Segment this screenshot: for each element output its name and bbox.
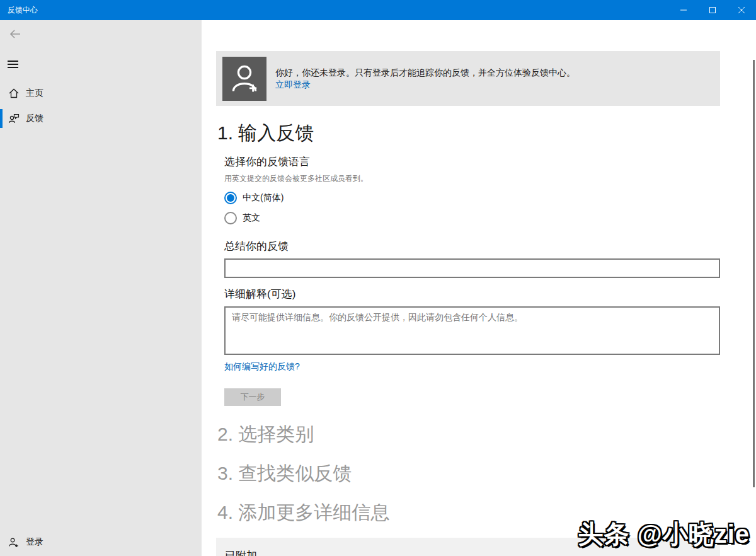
watermark: 头条 @小晓zie <box>578 517 750 552</box>
radio-option-english[interactable]: 英文 <box>224 212 756 224</box>
person-add-icon <box>8 536 20 548</box>
sidebar-item-label: 主页 <box>26 88 43 99</box>
step3-heading: 3. 查找类似反馈 <box>217 463 756 484</box>
sidebar-signin[interactable]: 登录 <box>0 530 202 555</box>
menu-button[interactable] <box>8 59 20 69</box>
details-textarea[interactable] <box>224 306 720 355</box>
banner-text: 你好，你还未登录。只有登录后才能追踪你的反馈，并全方位体验反馈中心。 立即登录 <box>275 66 575 91</box>
signin-now-link[interactable]: 立即登录 <box>275 79 575 91</box>
back-arrow-icon <box>8 27 22 43</box>
signin-banner: 你好，你还未登录。只有登录后才能追踪你的反馈，并全方位体验反馈中心。 立即登录 <box>216 51 720 106</box>
next-button[interactable]: 下一步 <box>224 388 281 406</box>
scrollbar[interactable] <box>753 60 755 487</box>
banner-message: 你好，你还未登录。只有登录后才能追踪你的反馈，并全方位体验反馈中心。 <box>275 66 575 79</box>
sidebar-item-home[interactable]: 主页 <box>0 81 202 106</box>
help-link[interactable]: 如何编写好的反馈? <box>224 361 300 373</box>
sidebar-item-feedback[interactable]: 反馈 <box>0 106 202 131</box>
maximize-icon <box>709 7 716 13</box>
step1-heading: 1. 输入反馈 <box>217 122 756 144</box>
feedback-icon <box>8 113 20 124</box>
radio-label: 英文 <box>243 212 260 224</box>
close-button[interactable] <box>727 0 756 20</box>
radio-icon <box>224 192 237 204</box>
details-label: 详细解释(可选) <box>224 287 756 301</box>
back-button[interactable] <box>6 26 24 44</box>
language-hint: 用英文提交的反馈会被更多社区成员看到。 <box>224 173 756 184</box>
sidebar-nav: 主页 反馈 <box>0 81 202 131</box>
home-icon <box>8 88 20 99</box>
window-title: 反馈中心 <box>0 5 669 16</box>
radio-option-chinese[interactable]: 中文(简体) <box>224 192 756 204</box>
app-body: 主页 反馈 <box>0 20 756 556</box>
language-label: 选择你的反馈语言 <box>224 154 756 169</box>
titlebar: 反馈中心 <box>0 0 756 20</box>
step2-heading: 2. 选择类别 <box>217 424 756 445</box>
maximize-button[interactable] <box>698 0 727 20</box>
minimize-button[interactable] <box>669 0 698 20</box>
radio-label: 中文(简体) <box>243 192 284 204</box>
sidebar-item-label: 反馈 <box>26 113 43 124</box>
radio-icon <box>224 212 237 224</box>
avatar <box>222 57 266 101</box>
summary-label: 总结你的反馈 <box>224 239 756 253</box>
minimize-icon <box>680 7 687 13</box>
selection-indicator <box>0 109 3 128</box>
main-content: 你好，你还未登录。只有登录后才能追踪你的反馈，并全方位体验反馈中心。 立即登录 … <box>202 20 756 556</box>
person-add-icon <box>227 60 262 98</box>
close-icon <box>738 7 745 13</box>
sidebar: 主页 反馈 <box>0 20 202 556</box>
summary-input[interactable] <box>224 258 720 278</box>
signin-label: 登录 <box>26 536 43 548</box>
